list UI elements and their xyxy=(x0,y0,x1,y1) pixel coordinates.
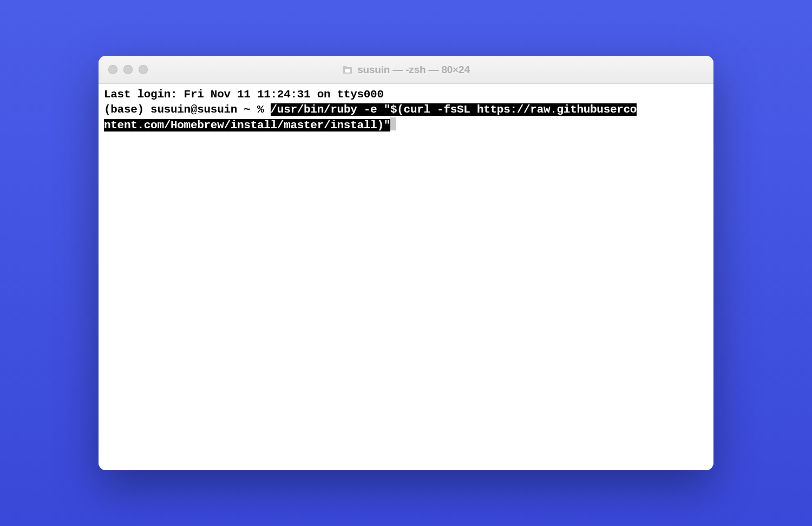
terminal-window: susuin — -zsh — 80×24 Last login: Fri No… xyxy=(99,56,713,470)
shell-prompt: (base) susuin@susuin ~ % xyxy=(104,103,271,116)
command-text-selected-2[interactable]: ntent.com/Homebrew/install/master/instal… xyxy=(104,119,390,132)
window-title: susuin — -zsh — 80×24 xyxy=(99,64,713,76)
last-login-line: Last login: Fri Nov 11 11:24:31 on ttys0… xyxy=(104,87,708,102)
command-line: (base) susuin@susuin ~ % /usr/bin/ruby -… xyxy=(104,102,708,117)
maximize-button[interactable] xyxy=(139,65,148,74)
text-cursor xyxy=(390,117,396,130)
window-title-text: susuin — -zsh — 80×24 xyxy=(357,64,470,76)
svg-rect-0 xyxy=(345,69,350,73)
command-line-2: ntent.com/Homebrew/install/master/instal… xyxy=(104,117,708,133)
title-bar[interactable]: susuin — -zsh — 80×24 xyxy=(99,56,713,84)
terminal-body[interactable]: Last login: Fri Nov 11 11:24:31 on ttys0… xyxy=(99,84,713,470)
close-button[interactable] xyxy=(108,65,117,74)
window-controls xyxy=(108,65,148,74)
minimize-button[interactable] xyxy=(123,65,133,74)
command-text-selected-1[interactable]: /usr/bin/ruby -e "$(curl -fsSL https://r… xyxy=(271,103,637,116)
folder-icon xyxy=(342,65,353,75)
